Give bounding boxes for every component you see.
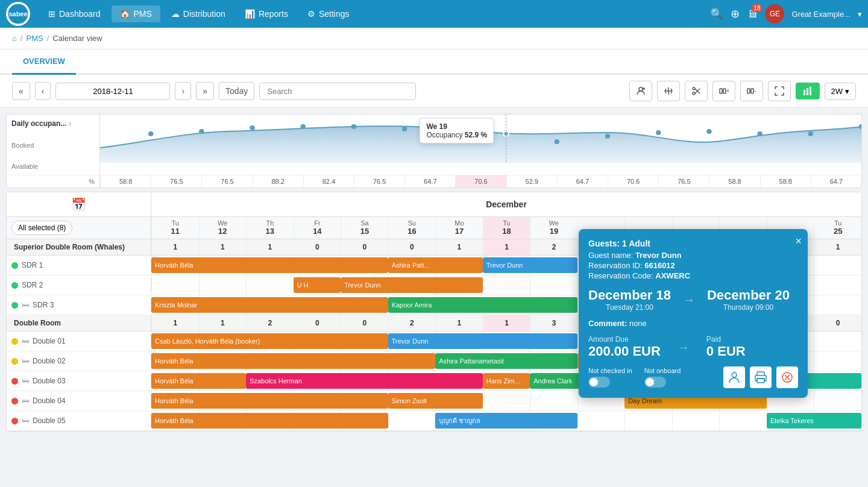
- paid-col: Paid 0 EUR: [706, 335, 746, 359]
- room-count-cell: 1: [435, 239, 483, 255]
- booking-bar[interactable]: Horváth Béla: [151, 373, 246, 389]
- zoom-in-button[interactable]: +: [712, 81, 735, 101]
- nav-pms[interactable]: 🏠 PMS: [112, 5, 160, 22]
- bookings-overlay: Horváth Bélaบุญกดี ชาญกลEtelka Tekeres: [151, 411, 861, 430]
- room-id-label: SDR 2: [22, 281, 43, 289]
- svg-text:-: -: [754, 87, 756, 94]
- booking-bar[interactable]: บุญกดี ชาญกล: [435, 413, 577, 429]
- nav-reports[interactable]: 📊 Reports: [236, 5, 297, 22]
- booking-bar[interactable]: Trevor Dunn: [483, 257, 577, 273]
- dashboard-icon: ⊞: [48, 9, 55, 19]
- svg-point-5: [693, 87, 695, 90]
- search-input[interactable]: [259, 83, 416, 100]
- booking-bar[interactable]: Ashira Patt...: [388, 257, 483, 273]
- user-name-label[interactable]: Great Example...: [791, 10, 851, 19]
- room-icon: 🛏: [22, 337, 29, 345]
- nav-dashboard[interactable]: ⊞ Dashboard: [40, 5, 109, 22]
- tabs-bar: OVERVIEW: [0, 49, 868, 75]
- pms-breadcrumb[interactable]: PMS: [26, 34, 43, 43]
- date-cell: Th13: [246, 217, 294, 239]
- avatar[interactable]: GE: [765, 4, 784, 24]
- tooltip-close-button[interactable]: ×: [795, 235, 802, 248]
- room-count-cell: 0: [341, 315, 388, 331]
- reports-icon: 📊: [245, 9, 255, 19]
- chart-view-button[interactable]: [796, 83, 820, 99]
- date-input[interactable]: [55, 83, 170, 100]
- occ-val-cell: 58.8: [709, 175, 760, 187]
- booking-bar[interactable]: Simon Zsolt: [388, 393, 483, 409]
- print-button[interactable]: [750, 366, 772, 388]
- today-button[interactable]: Today: [219, 82, 254, 100]
- svg-point-6: [693, 92, 695, 95]
- booking-bar[interactable]: Horváth Béla: [151, 413, 388, 429]
- add-guest-button[interactable]: [629, 81, 652, 101]
- prev-prev-button[interactable]: «: [12, 82, 30, 100]
- view-period-dropdown[interactable]: 2W ▾: [825, 83, 857, 100]
- booking-bar[interactable]: Kapoor Amira: [388, 297, 577, 313]
- booking-bar[interactable]: Szabolcs Herman: [246, 373, 483, 389]
- scissors-button[interactable]: [685, 81, 708, 101]
- room-count-cell: 1: [483, 239, 530, 255]
- booking-bar[interactable]: Ashira Pattanametasit: [435, 353, 577, 369]
- next-next-button[interactable]: »: [196, 82, 214, 100]
- bookings-cells: Horváth Bélaบุญกดี ชาญกลEtelka Tekeres: [151, 411, 861, 430]
- notification-badge: 18: [751, 4, 763, 12]
- search-icon[interactable]: 🔍: [710, 7, 723, 20]
- tooltip-comment: Comment: none: [588, 319, 798, 328]
- booking-bar[interactable]: Horváth Béla: [151, 353, 435, 369]
- user-dropdown-icon[interactable]: ▾: [858, 10, 862, 19]
- tooltip-footer: Not checked in Not onboard: [588, 366, 798, 388]
- booking-bar[interactable]: Hans Zim...: [483, 373, 530, 389]
- room-icon: 🛏: [22, 397, 29, 405]
- nav-settings[interactable]: ⚙ Settings: [299, 5, 358, 22]
- room-id-label: SDR 1: [22, 261, 43, 269]
- zoom-out-button[interactable]: -: [740, 81, 763, 101]
- svg-point-20: [148, 131, 153, 136]
- fullscreen-button[interactable]: [768, 81, 791, 101]
- available-label: Available: [11, 163, 95, 170]
- app-logo[interactable]: sabee: [6, 2, 30, 26]
- home-breadcrumb[interactable]: ⌂: [12, 34, 17, 43]
- occ-val-cell: 70.6: [455, 175, 506, 187]
- svg-point-23: [301, 124, 306, 129]
- booking-bar[interactable]: Trevor Dunn: [341, 277, 483, 293]
- tab-overview[interactable]: OVERVIEW: [12, 49, 76, 75]
- nav-distribution[interactable]: ☁ Distribution: [163, 5, 234, 22]
- room-count-cell: 1: [435, 315, 483, 331]
- tooltip-dates: December 18 Tuesday 21:00 → December 20 …: [588, 287, 798, 312]
- room-name-cell: SDR 2: [7, 278, 151, 292]
- status-dot: [11, 338, 18, 345]
- room-count-cell: 2: [246, 315, 294, 331]
- booking-bar[interactable]: U H: [294, 277, 341, 293]
- cancel-reservation-button[interactable]: [776, 366, 798, 388]
- booking-bar[interactable]: Kriszta Molnar: [151, 297, 388, 313]
- room-name-cell: 🛏Double 04: [7, 394, 151, 407]
- next-button[interactable]: ›: [175, 82, 191, 100]
- room-count-cell: 2: [530, 239, 577, 255]
- svg-point-22: [250, 125, 254, 130]
- occupancy-numbers-row: % 58.876.576.588.282.476.564.770.652.964…: [7, 175, 861, 187]
- svg-text:+: +: [726, 87, 729, 94]
- all-selected-button[interactable]: All selected (8): [11, 221, 72, 235]
- room-name-cell: SDR 1: [7, 259, 151, 272]
- period-label: 2W: [831, 87, 843, 96]
- checked-in-toggle[interactable]: [588, 377, 610, 388]
- booking-bar[interactable]: Csab László, Horváth Béla (booker): [151, 333, 388, 349]
- booking-bar[interactable]: Horváth Béla: [151, 257, 388, 273]
- room-id-label: Double 02: [33, 357, 66, 365]
- guest-profile-button[interactable]: [723, 366, 745, 388]
- chevron-right-icon: ›: [69, 119, 71, 128]
- checked-in-toggle-group: Not checked in: [588, 367, 632, 388]
- occ-val-cell: 58.8: [100, 175, 151, 187]
- booking-bar[interactable]: Horváth Béla: [151, 393, 388, 409]
- onboard-toggle[interactable]: [644, 377, 666, 388]
- svg-point-25: [402, 127, 407, 131]
- add-icon[interactable]: ⊕: [731, 7, 740, 20]
- date-cell: We19: [530, 217, 577, 239]
- room-count-cell: 0: [294, 239, 341, 255]
- booking-bar[interactable]: Etelka Tekeres: [767, 413, 861, 429]
- move-button[interactable]: [657, 81, 680, 101]
- notifications-icon[interactable]: 🖥 18: [747, 8, 758, 20]
- prev-button[interactable]: ‹: [35, 82, 51, 100]
- booking-bar[interactable]: Trevor Dunn: [388, 333, 577, 349]
